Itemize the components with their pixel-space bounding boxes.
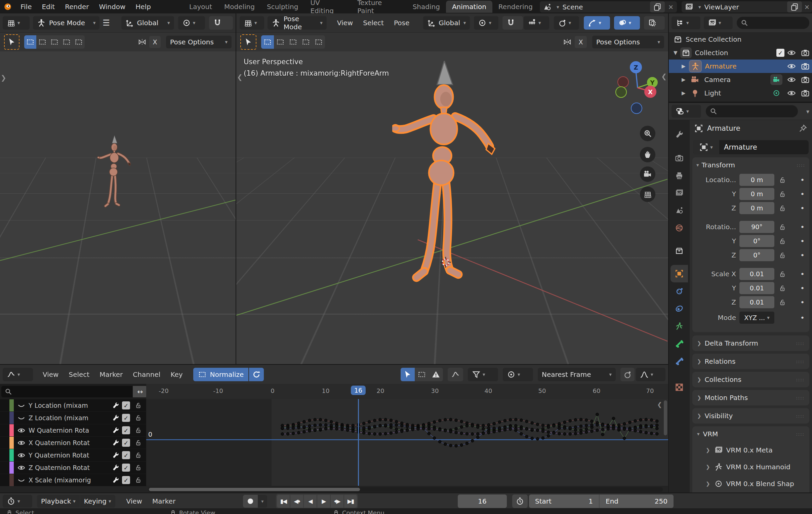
transform-value-field[interactable]: 0°: [740, 235, 774, 247]
select-extend-button[interactable]: [36, 35, 49, 49]
snap-toggle-button[interactable]: [209, 16, 233, 30]
tab-animation[interactable]: Animation: [446, 1, 492, 13]
pan-view-button[interactable]: [640, 147, 656, 162]
editor-type-button[interactable]: ▾: [240, 16, 264, 30]
channel-visibility-icon[interactable]: [14, 402, 29, 409]
channel-enable-checkbox[interactable]: ✓: [122, 414, 130, 422]
transform-value-field[interactable]: 0 m: [740, 174, 774, 186]
play-button[interactable]: ▶: [317, 495, 330, 508]
vrm-blendshape-row[interactable]: ❯VRM 0.x Blend Shap: [692, 475, 809, 492]
editor-type-button[interactable]: ▾: [3, 368, 33, 381]
play-reverse-button[interactable]: ◀: [304, 495, 317, 508]
menu-key[interactable]: Key: [165, 370, 187, 378]
camera-view-button[interactable]: [640, 166, 656, 182]
vrm-meta-row[interactable]: ❯VRM 0.x Meta: [692, 442, 809, 459]
channel-modifier-icon[interactable]: [109, 414, 122, 422]
tab-texture-paint[interactable]: Texture Paint: [351, 0, 406, 13]
tab-physics[interactable]: [670, 282, 688, 300]
overlays-toggle-dropdown[interactable]: ▾: [614, 16, 640, 30]
proportional-edit-dropdown[interactable]: ▾: [554, 16, 579, 30]
menu-view[interactable]: View: [332, 19, 358, 27]
hide-eye-icon[interactable]: [784, 75, 799, 84]
xray-toggle-button[interactable]: [644, 16, 665, 30]
channel-row[interactable]: X Quaternion Rotat✓: [0, 437, 146, 449]
channel-row[interactable]: W Quaternion Rota✓: [0, 424, 146, 436]
rotation-mode-dropdown[interactable]: XYZ ...▾: [740, 312, 774, 324]
channel-modifier-icon[interactable]: [109, 402, 122, 409]
prev-keyframe-button[interactable]: ◀◆: [290, 495, 303, 508]
tab-scene[interactable]: [670, 202, 688, 219]
transform-value-field[interactable]: 0.01: [740, 296, 774, 308]
display-mode-button[interactable]: ▾: [704, 17, 733, 29]
outliner-search[interactable]: [737, 17, 809, 29]
menu-render[interactable]: Render: [60, 3, 94, 11]
select-box-button[interactable]: [24, 35, 36, 49]
pivot-point-button[interactable]: ▾: [178, 16, 205, 30]
keying-menu[interactable]: Keying▾: [80, 495, 115, 508]
menu-window[interactable]: Window: [94, 3, 130, 11]
channel-row[interactable]: X Scale (mixamorig✓: [0, 474, 146, 486]
region-collapse-arrow[interactable]: ❮: [661, 72, 667, 80]
zoom-view-button[interactable]: [640, 126, 656, 141]
viewport-left-canvas[interactable]: ❯: [0, 51, 236, 364]
normalization-region-button[interactable]: [448, 368, 463, 381]
snap-mode-dropdown[interactable]: Nearest Frame▾: [538, 368, 616, 381]
gizmo-axis-z-neg[interactable]: [631, 103, 642, 114]
channel-lock-icon[interactable]: [130, 464, 146, 471]
pin-icon[interactable]: [799, 124, 807, 133]
tab-texture[interactable]: [670, 378, 688, 396]
lock-icon[interactable]: [774, 237, 790, 245]
channel-row[interactable]: Z Quaternion Rotat✓: [0, 462, 146, 474]
lock-icon[interactable]: [774, 223, 790, 231]
animate-dot[interactable]: •: [800, 284, 805, 292]
snap-target-dropdown[interactable]: ▾: [524, 16, 549, 30]
auto-keying-button[interactable]: [243, 495, 258, 508]
section-collections[interactable]: ❯Collections::::: [692, 372, 809, 387]
playhead-line[interactable]: [358, 399, 359, 486]
tab-layout[interactable]: Layout: [183, 1, 218, 13]
pivot-dropdown[interactable]: ▾: [503, 368, 533, 381]
menu-view[interactable]: View: [38, 370, 63, 378]
object-id-name[interactable]: Armature: [724, 143, 757, 151]
section-relations[interactable]: ❯Relations::::: [692, 354, 809, 369]
jump-to-end-button[interactable]: ▶▮: [344, 495, 357, 508]
panel-grip[interactable]: ::::: [796, 163, 805, 168]
collapsed-menus-button[interactable]: ☰: [99, 18, 113, 28]
jump-to-start-button[interactable]: ▮◀: [277, 495, 290, 508]
channel-visibility-icon[interactable]: [14, 464, 29, 472]
channel-enable-checkbox[interactable]: ✓: [122, 451, 130, 459]
render-visibility-icon[interactable]: [799, 75, 812, 84]
viewlayer-selector[interactable]: ▾ ViewLayer ✕: [682, 1, 812, 12]
hide-eye-icon[interactable]: [784, 62, 799, 70]
show-errors-button[interactable]: [429, 368, 443, 381]
tab-shading[interactable]: Shading: [407, 1, 446, 13]
channel-lock-icon[interactable]: [130, 439, 146, 447]
region-expand-arrow[interactable]: ❯: [1, 74, 6, 82]
disclosure-icon[interactable]: ▶: [682, 90, 686, 96]
tab-rendering[interactable]: Rendering: [492, 1, 539, 13]
select-subtract-button[interactable]: [287, 35, 299, 49]
render-visibility-icon[interactable]: [799, 49, 812, 57]
transform-value-field[interactable]: 0 m: [740, 188, 774, 200]
select-intersect-button[interactable]: [72, 35, 85, 49]
tab-bone-constraints[interactable]: [670, 352, 688, 370]
section-delta-transform[interactable]: ❯Delta Transform::::: [692, 336, 809, 351]
channel-lock-icon[interactable]: [130, 427, 146, 434]
menu-view[interactable]: View: [121, 497, 147, 505]
channel-lock-icon[interactable]: [130, 476, 146, 484]
hide-eye-icon[interactable]: [784, 49, 799, 57]
transform-value-field[interactable]: 0 m: [740, 202, 774, 214]
current-frame-badge[interactable]: 16: [351, 385, 366, 395]
channel-visibility-icon[interactable]: [14, 452, 29, 459]
channel-enable-checkbox[interactable]: ✓: [122, 476, 130, 484]
gizmo-toggle-dropdown[interactable]: ▾: [584, 16, 610, 30]
active-tool-cursor-button[interactable]: [4, 34, 20, 50]
channel-lock-icon[interactable]: [130, 452, 146, 459]
orientation-selector[interactable]: Global▾: [121, 16, 174, 30]
mirror-x-button[interactable]: X: [575, 36, 587, 48]
channel-row[interactable]: Z Location (mixam✓: [0, 412, 146, 424]
navigation-gizmo[interactable]: Z Y X: [617, 57, 668, 115]
tab-output[interactable]: [670, 167, 688, 184]
render-visibility-icon[interactable]: [799, 89, 812, 97]
new-scene-button[interactable]: [650, 1, 665, 12]
